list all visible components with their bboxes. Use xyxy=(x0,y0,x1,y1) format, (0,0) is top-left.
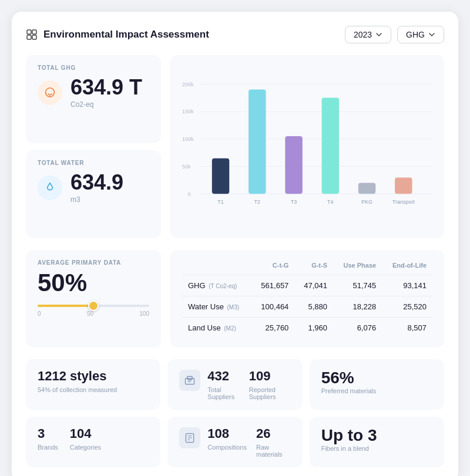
slider-track xyxy=(38,305,149,307)
fibers-label: Fibers in a blend xyxy=(321,445,432,452)
row-eol: 93,141 xyxy=(382,275,432,296)
water-icon xyxy=(38,175,62,200)
chevron-down-icon xyxy=(375,31,382,38)
categories-count: 104 xyxy=(70,426,101,441)
slider-thumb[interactable] xyxy=(88,301,99,311)
row-ctg: 100,464 xyxy=(251,296,295,318)
svg-rect-3 xyxy=(32,35,36,39)
metric-dropdown[interactable]: GHG xyxy=(397,26,444,43)
col-eol: End-of-Life xyxy=(382,259,432,275)
svg-text:200k: 200k xyxy=(182,82,194,87)
bar-chart: 200k 150k 100k 50k 0 xyxy=(182,65,432,229)
bottom-section: 1212 styles 54% of collection measured 4… xyxy=(26,359,444,467)
water-unit: m3 xyxy=(70,195,123,204)
styles-count: 1212 styles xyxy=(38,369,149,384)
table-row: Land Use (M2) 25,760 1,960 6,076 8,507 xyxy=(182,318,432,339)
svg-text:T2: T2 xyxy=(254,199,261,205)
metrics-left: TOTAL GHG 634.9 T Co2-eq TOTAL WATER xyxy=(26,55,161,238)
suppliers-icon xyxy=(179,370,200,391)
row-ctg: 561,657 xyxy=(251,275,295,296)
reported-suppliers: 109 Reported Suppliers xyxy=(249,369,291,400)
header-controls: 2023 GHG xyxy=(345,26,444,43)
categories-group: 104 Categories xyxy=(70,426,101,451)
top-section: TOTAL GHG 634.9 T Co2-eq TOTAL WATER xyxy=(26,55,444,238)
col-gts: G-t-S xyxy=(294,259,333,275)
brands-card: 3 Brands 104 Categories xyxy=(26,417,160,467)
header: Environmental Impact Assessment 2023 GHG xyxy=(26,26,444,43)
slider-labels: 0 50 100 xyxy=(38,310,149,317)
row-use: 51,745 xyxy=(333,275,382,296)
slider-container: 0 50 100 xyxy=(38,305,149,329)
svg-rect-17 xyxy=(322,97,339,194)
brands-group: 3 Brands xyxy=(38,426,58,451)
raw-materials-group: 26 Raw materials xyxy=(256,426,291,458)
svg-text:0: 0 xyxy=(188,191,191,197)
suppliers-values: 432 Total Suppliers 109 Reported Supplie… xyxy=(207,369,290,400)
svg-rect-15 xyxy=(249,90,266,194)
total-suppliers: 432 Total Suppliers xyxy=(207,369,239,400)
data-table-card: C-t-G G-t-S Use Phase End-of-Life GHG (T… xyxy=(170,250,444,347)
row-name: GHG (T Co2-eq) xyxy=(182,275,251,296)
ghg-card: TOTAL GHG 634.9 T Co2-eq xyxy=(26,55,161,143)
slider-max: 100 xyxy=(139,310,149,317)
row-eol: 25,520 xyxy=(382,296,432,318)
col-use: Use Phase xyxy=(333,259,382,275)
compositions-group: 108 Compositions xyxy=(207,426,247,458)
svg-rect-18 xyxy=(358,183,375,194)
slider-mid: 50 xyxy=(87,310,93,317)
svg-text:50k: 50k xyxy=(182,164,191,170)
preferred-pct: 56% xyxy=(321,369,432,387)
suppliers-with-icon: 432 Total Suppliers 109 Reported Supplie… xyxy=(179,369,290,400)
slider-min: 0 xyxy=(38,310,41,317)
col-ctg: C-t-G xyxy=(251,259,295,275)
ghg-label: TOTAL GHG xyxy=(38,65,149,71)
avg-value: 50% xyxy=(38,271,149,295)
chevron-down-icon xyxy=(428,31,435,38)
svg-text:T4: T4 xyxy=(327,199,334,205)
slider-fill xyxy=(38,305,93,307)
col-name xyxy=(182,259,251,275)
chart-area: 200k 150k 100k 50k 0 xyxy=(170,55,444,238)
table-row: GHG (T Co2-eq) 561,657 47,041 51,745 93,… xyxy=(182,275,432,296)
data-table: C-t-G G-t-S Use Phase End-of-Life GHG (T… xyxy=(182,259,432,338)
dashboard: Environmental Impact Assessment 2023 GHG… xyxy=(12,12,458,476)
styles-card: 1212 styles 54% of collection measured xyxy=(26,359,160,410)
ghg-value: 634.9 T xyxy=(70,77,142,98)
brands-label: Brands xyxy=(38,444,58,451)
suppliers-card: 432 Total Suppliers 109 Reported Supplie… xyxy=(167,359,302,410)
row-use: 18,228 xyxy=(333,296,382,318)
page-title: Environmental Impact Assessment xyxy=(43,29,209,40)
water-card: TOTAL WATER 634.9 m3 xyxy=(26,150,161,238)
middle-section: AVERAGE PRIMARY DATA 50% 0 50 100 xyxy=(26,250,444,347)
up-to-value: Up to 3 xyxy=(321,426,432,445)
preferred-label: Preferred materials xyxy=(321,387,432,394)
avg-card: AVERAGE PRIMARY DATA 50% 0 50 100 xyxy=(26,250,161,347)
brands-count: 3 xyxy=(38,426,58,441)
year-dropdown[interactable]: 2023 xyxy=(345,26,391,43)
row-name: Land Use (M2) xyxy=(182,318,251,339)
styles-sub: 54% of collection measured xyxy=(38,386,149,393)
svg-text:PKG: PKG xyxy=(361,199,372,205)
row-gts: 1,960 xyxy=(294,318,333,339)
ghg-value-group: 634.9 T Co2-eq xyxy=(70,77,142,109)
svg-rect-19 xyxy=(395,177,412,194)
row-ctg: 25,760 xyxy=(251,318,295,339)
table-header-row: C-t-G G-t-S Use Phase End-of-Life xyxy=(182,259,432,275)
compositions-with-icon: 108 Compositions 26 Raw materials xyxy=(179,426,290,458)
compositions-values: 108 Compositions 26 Raw materials xyxy=(207,426,290,458)
row-use: 6,076 xyxy=(333,318,382,339)
fibers-card: Up to 3 Fibers in a blend xyxy=(310,417,444,467)
svg-rect-2 xyxy=(27,35,31,39)
svg-rect-14 xyxy=(212,158,229,194)
ghg-icon xyxy=(38,80,62,105)
avg-label: AVERAGE PRIMARY DATA xyxy=(38,259,149,266)
grid-icon xyxy=(26,29,38,40)
row-gts: 47,041 xyxy=(294,275,333,296)
svg-rect-27 xyxy=(187,376,192,379)
svg-text:T1: T1 xyxy=(217,199,224,205)
compositions-icon xyxy=(179,427,200,448)
categories-label: Categories xyxy=(70,444,101,451)
row-gts: 5,880 xyxy=(294,296,333,318)
row-eol: 8,507 xyxy=(382,318,432,339)
compositions-card: 108 Compositions 26 Raw materials xyxy=(167,417,302,467)
